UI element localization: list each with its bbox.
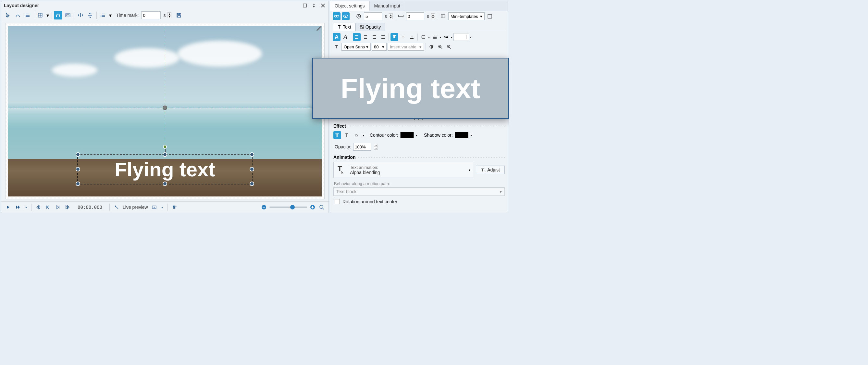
adjust-button[interactable]: Tfx Adjust (476, 165, 505, 174)
tab-object-settings[interactable]: Object settings (330, 1, 370, 11)
resize-handle[interactable] (75, 152, 80, 157)
canvas[interactable]: Flying text (8, 26, 322, 196)
zoom-in-text-icon[interactable] (436, 43, 444, 51)
contrast-icon[interactable] (428, 43, 435, 51)
contour-color-swatch[interactable] (400, 132, 414, 138)
pin-icon[interactable] (311, 3, 317, 8)
align-center-icon[interactable] (362, 33, 369, 41)
font-family-dropdown[interactable]: Open Sans▾ (341, 43, 371, 51)
dropdown-arrow-icon[interactable]: ▾ (470, 35, 472, 39)
time-start-spinner[interactable]: ▲▼ (389, 13, 393, 19)
save-icon[interactable] (175, 11, 183, 20)
align-left-icon[interactable] (353, 33, 361, 41)
align-justify-icon[interactable] (379, 33, 387, 41)
settings-icon[interactable] (171, 204, 178, 211)
valign-mid-icon[interactable] (399, 33, 407, 41)
text-object[interactable]: Flying text (77, 154, 253, 185)
curve-tool-icon[interactable] (13, 11, 22, 20)
dropdown-arrow-icon[interactable]: ▾ (160, 204, 164, 211)
preview-mode-icon[interactable] (151, 204, 158, 211)
align-right-icon[interactable] (370, 33, 378, 41)
resize-handle[interactable] (163, 182, 167, 186)
duration-input[interactable] (406, 12, 424, 20)
svg-rect-2 (66, 14, 69, 16)
brush-icon[interactable] (316, 25, 322, 31)
resize-handle[interactable] (163, 152, 167, 157)
goto-end-icon[interactable] (64, 204, 71, 211)
time-mark-spinner[interactable]: ▲▼ (167, 12, 172, 18)
layout-toolbar: ▾ ▾ Time mark: s ▲▼ (1, 10, 329, 21)
zoom-out-text-icon[interactable] (445, 43, 453, 51)
font-size-dropdown[interactable]: 80▾ (372, 43, 386, 51)
safe-area-icon[interactable] (64, 11, 72, 20)
svg-point-10 (174, 208, 175, 209)
bold-icon[interactable]: A (333, 33, 341, 41)
rotate-handle[interactable] (163, 145, 167, 149)
opacity-input[interactable] (353, 143, 371, 151)
resize-handle[interactable] (250, 167, 254, 172)
insert-variable-dropdown[interactable]: Insert variable▾ (388, 43, 424, 51)
zoom-thumb[interactable] (290, 205, 295, 209)
eye-icon[interactable] (342, 12, 350, 20)
tab-text[interactable]: Text (333, 23, 355, 31)
dropdown-arrow-icon[interactable]: ▾ (439, 35, 441, 39)
tab-manual-input[interactable]: Manual input (370, 1, 405, 11)
zoom-fit-icon[interactable] (318, 204, 325, 211)
maximize-icon[interactable] (302, 3, 308, 8)
step-back-icon[interactable] (44, 204, 52, 211)
list-icon[interactable] (431, 33, 438, 41)
timecode: 00:00.000 (78, 205, 102, 210)
svg-rect-20 (441, 14, 445, 18)
play-section-icon[interactable] (14, 204, 22, 211)
dropdown-arrow-icon[interactable]: ▾ (416, 133, 417, 137)
zoom-in-icon[interactable] (309, 204, 316, 211)
step-fwd-icon[interactable] (54, 204, 61, 211)
duration-spinner[interactable]: ▲▼ (431, 13, 435, 19)
snap-icon[interactable] (439, 12, 447, 20)
effect-fx-icon[interactable]: fx (353, 131, 361, 139)
goto-start-icon[interactable] (35, 204, 42, 211)
path-tool-icon[interactable] (54, 11, 62, 20)
svg-rect-1 (66, 13, 70, 17)
dropdown-arrow-icon[interactable]: ▾ (46, 11, 50, 20)
close-icon[interactable] (320, 3, 326, 8)
grid-tool-icon[interactable] (36, 11, 44, 20)
effect-fill-icon[interactable]: T (343, 131, 351, 139)
case-icon[interactable]: aA (442, 33, 450, 41)
mini-templates-dropdown[interactable]: Mini-templates ▾ (448, 12, 485, 20)
flip-v-icon[interactable] (86, 11, 94, 20)
valign-bot-icon[interactable] (408, 33, 416, 41)
dropdown-arrow-icon[interactable]: ▾ (451, 35, 453, 39)
resize-handle[interactable] (75, 182, 80, 186)
time-mark-input[interactable] (141, 11, 161, 19)
dropdown-arrow-icon[interactable]: ▾ (470, 133, 472, 137)
list-tool-icon[interactable] (99, 11, 107, 20)
time-start-input[interactable] (364, 12, 382, 20)
italic-icon[interactable]: A (341, 33, 349, 41)
indent-icon[interactable] (420, 33, 427, 41)
select-tool-icon[interactable] (4, 11, 12, 20)
valign-top-icon[interactable] (391, 33, 398, 41)
link-icon[interactable] (333, 12, 341, 20)
dropdown-arrow-icon[interactable]: ▾ (24, 204, 28, 211)
zoom-slider[interactable] (270, 207, 307, 208)
save-template-icon[interactable] (486, 12, 494, 20)
dropdown-arrow-icon[interactable]: ▾ (108, 11, 112, 20)
dropdown-arrow-icon[interactable]: ▾ (363, 133, 364, 137)
lines-tool-icon[interactable] (23, 11, 32, 20)
opacity-spinner[interactable]: ▲▼ (374, 144, 378, 150)
flip-h-icon[interactable] (76, 11, 85, 20)
shadow-color-swatch[interactable] (455, 132, 468, 138)
tab-opacity[interactable]: Opacity (355, 23, 385, 31)
center-anchor-icon[interactable] (163, 105, 167, 110)
resize-handle[interactable] (75, 167, 80, 172)
color-picker[interactable] (454, 33, 469, 41)
play-icon[interactable] (4, 204, 12, 211)
animation-selector[interactable]: Tfx Text animation: Alpha blending ▾ (333, 162, 473, 178)
zoom-out-icon[interactable] (260, 204, 268, 211)
live-preview-icon[interactable] (113, 204, 120, 211)
effect-outline-icon[interactable]: T (333, 131, 341, 139)
behavior-dropdown[interactable]: Text block▾ (333, 187, 505, 196)
rotation-checkbox[interactable] (335, 199, 340, 204)
dropdown-arrow-icon[interactable]: ▾ (428, 35, 430, 39)
